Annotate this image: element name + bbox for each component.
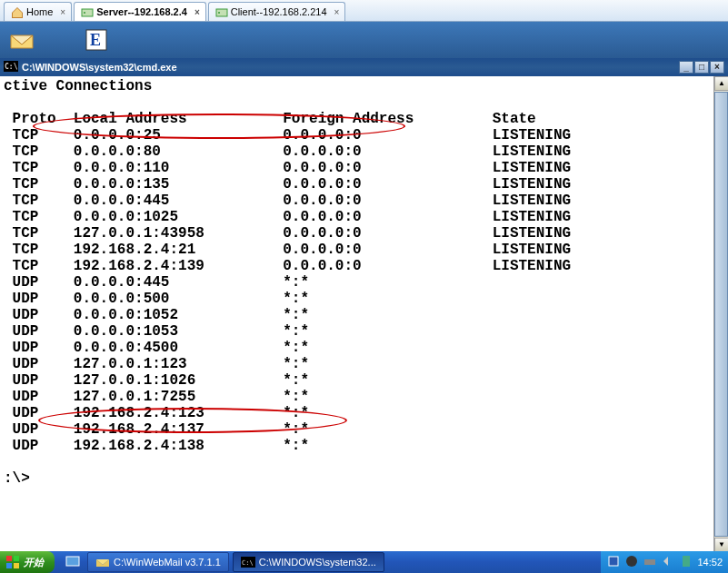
close-icon[interactable]: × xyxy=(194,7,200,17)
svg-rect-11 xyxy=(14,563,19,568)
desktop-icon[interactable] xyxy=(62,554,84,570)
svg-rect-0 xyxy=(82,9,93,16)
tray-icon[interactable] xyxy=(679,554,693,570)
cmd-output: ctive Connections Proto Local Address Fo… xyxy=(0,76,728,552)
close-button[interactable]: × xyxy=(710,61,724,74)
svg-point-1 xyxy=(84,12,85,14)
scroll-down-button[interactable]: ▼ xyxy=(714,538,728,552)
svg-text:E: E xyxy=(90,31,101,49)
cmd-window: C:\ C:\WINDOWS\system32\cmd.exe _ □ × ct… xyxy=(0,58,728,553)
svg-point-3 xyxy=(218,12,220,14)
svg-point-16 xyxy=(626,556,637,567)
svg-rect-8 xyxy=(6,556,12,561)
start-button[interactable]: 开始 xyxy=(0,551,55,573)
cmd-titlebar: C:\ C:\WINDOWS\system32\cmd.exe _ □ × xyxy=(0,58,728,76)
svg-rect-10 xyxy=(6,563,12,568)
svg-rect-9 xyxy=(14,556,19,561)
close-icon[interactable]: × xyxy=(334,7,340,17)
svg-rect-15 xyxy=(609,557,618,566)
svg-text:C:\: C:\ xyxy=(242,559,254,567)
svg-rect-17 xyxy=(644,559,655,565)
mail-button[interactable] xyxy=(7,25,36,54)
tab-label: Server--192.168.2.4 xyxy=(96,6,187,17)
svg-text:C:\: C:\ xyxy=(5,63,18,71)
tray-icon[interactable] xyxy=(624,554,639,570)
taskbar-item-label: C:\WinWebMail v3.7.1.1 xyxy=(114,557,221,568)
tab-label: Client--192.168.2.214 xyxy=(231,6,327,17)
home-icon xyxy=(10,5,23,18)
client-icon xyxy=(214,5,227,18)
maximize-button[interactable]: □ xyxy=(694,61,709,74)
tray-icon[interactable] xyxy=(606,554,621,570)
taskbar-item-label: C:\WINDOWS\system32... xyxy=(259,557,376,568)
tab-home[interactable]: Home × xyxy=(4,2,72,21)
clock: 14:52 xyxy=(697,557,723,568)
tab-server[interactable]: Server--192.168.2.4 × xyxy=(74,2,206,21)
svg-rect-12 xyxy=(66,557,79,566)
tray-icon[interactable] xyxy=(643,554,657,570)
tabs-bar: Home × Server--192.168.2.4 × Client--192… xyxy=(0,0,728,22)
toolbar: E xyxy=(0,22,728,58)
taskbar-item-cmd[interactable]: C:\ C:\WINDOWS\system32... xyxy=(233,552,384,572)
minimize-button[interactable]: _ xyxy=(679,61,693,74)
scroll-thumb[interactable] xyxy=(714,92,728,537)
svg-rect-18 xyxy=(683,556,690,567)
taskbar: 开始 C:\WinWebMail v3.7.1.1 C:\ C:\WINDOWS… xyxy=(0,551,728,573)
system-tray: 14:52 xyxy=(601,551,728,573)
editor-button[interactable]: E xyxy=(82,25,111,54)
vertical-scrollbar[interactable]: ▲ ▼ xyxy=(713,76,728,552)
scroll-up-button[interactable]: ▲ xyxy=(714,76,728,91)
close-icon[interactable]: × xyxy=(60,7,65,17)
start-label: 开始 xyxy=(24,556,44,569)
svg-rect-2 xyxy=(216,9,227,16)
taskbar-item-mail[interactable]: C:\WinWebMail v3.7.1.1 xyxy=(87,552,229,572)
server-icon xyxy=(80,5,93,18)
terminal-icon: C:\ xyxy=(4,59,18,75)
cmd-title: C:\WINDOWS\system32\cmd.exe xyxy=(22,62,678,73)
tray-icon[interactable] xyxy=(661,554,675,570)
tab-label: Home xyxy=(26,6,53,17)
tab-client[interactable]: Client--192.168.2.214 × xyxy=(208,2,346,21)
